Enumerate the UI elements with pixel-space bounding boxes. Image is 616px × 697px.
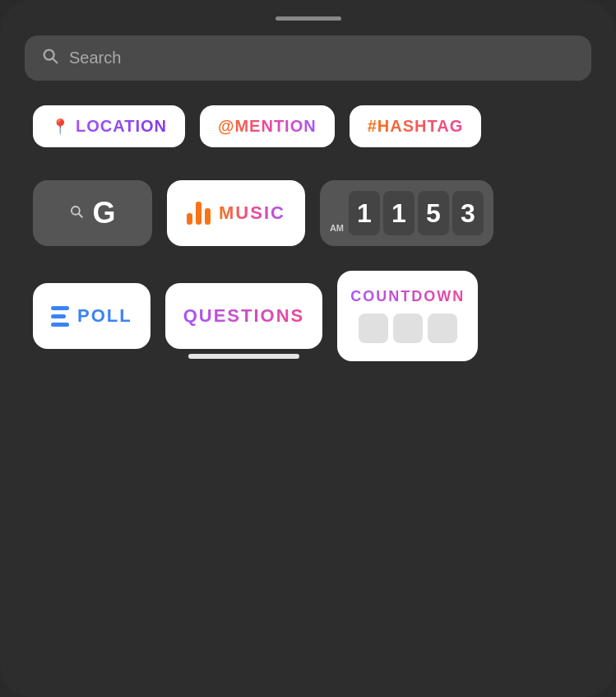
search-bar[interactable]: Search (25, 35, 591, 81)
sticker-location[interactable]: 📍 LOCATION (33, 105, 185, 147)
location-pin-icon: 📍 (51, 118, 69, 136)
stickers-row-3: POLL QUESTIONS COUNTDOWN (25, 271, 591, 361)
sticker-poll[interactable]: POLL (33, 283, 151, 349)
svg-line-3 (79, 213, 82, 216)
phone-container: Search 📍 LOCATION @MENTION #HASHTAG (0, 0, 616, 697)
stickers-grid: 📍 LOCATION @MENTION #HASHTAG G (25, 105, 591, 386)
sticker-mention[interactable]: @MENTION (200, 105, 335, 147)
poll-line-1 (51, 306, 69, 310)
svg-line-1 (53, 58, 57, 63)
poll-line-3 (51, 323, 69, 327)
location-label: LOCATION (76, 117, 167, 136)
countdown-block-1 (359, 314, 388, 343)
questions-label: QUESTIONS (183, 305, 305, 327)
search-icon (41, 47, 59, 69)
gif-search-icon (69, 204, 84, 223)
sticker-time[interactable]: AM 1 1 5 3 (320, 180, 493, 246)
sticker-music[interactable]: MUSIC (167, 180, 305, 246)
countdown-blocks (359, 314, 457, 343)
countdown-block-2 (393, 314, 423, 343)
sticker-gif[interactable]: G (33, 180, 152, 246)
countdown-label: COUNTDOWN (350, 288, 465, 305)
time-digit-1: 1 (349, 191, 380, 235)
stickers-row-1: 📍 LOCATION @MENTION #HASHTAG (25, 105, 591, 147)
mention-label: @MENTION (218, 117, 317, 136)
time-digit-4: 3 (452, 191, 484, 235)
time-digit-3: 5 (418, 191, 449, 235)
sticker-questions[interactable]: QUESTIONS (165, 283, 323, 349)
search-placeholder-text: Search (69, 49, 121, 67)
stickers-row-2: G MUSIC AM 1 1 5 3 (25, 180, 591, 246)
sticker-hashtag[interactable]: #HASHTAG (350, 105, 482, 147)
countdown-block-3 (428, 314, 457, 343)
music-label: MUSIC (219, 202, 285, 224)
drag-handle[interactable] (276, 16, 341, 21)
sticker-countdown[interactable]: COUNTDOWN (337, 271, 478, 361)
gif-letter: G (92, 196, 115, 230)
hashtag-label: #HASHTAG (368, 117, 464, 136)
music-bars-icon (187, 202, 211, 225)
poll-label: POLL (77, 305, 132, 327)
poll-lines-icon (51, 306, 69, 327)
time-digit-2: 1 (383, 191, 415, 235)
time-ampm: AM (330, 223, 344, 233)
poll-line-2 (51, 314, 66, 318)
